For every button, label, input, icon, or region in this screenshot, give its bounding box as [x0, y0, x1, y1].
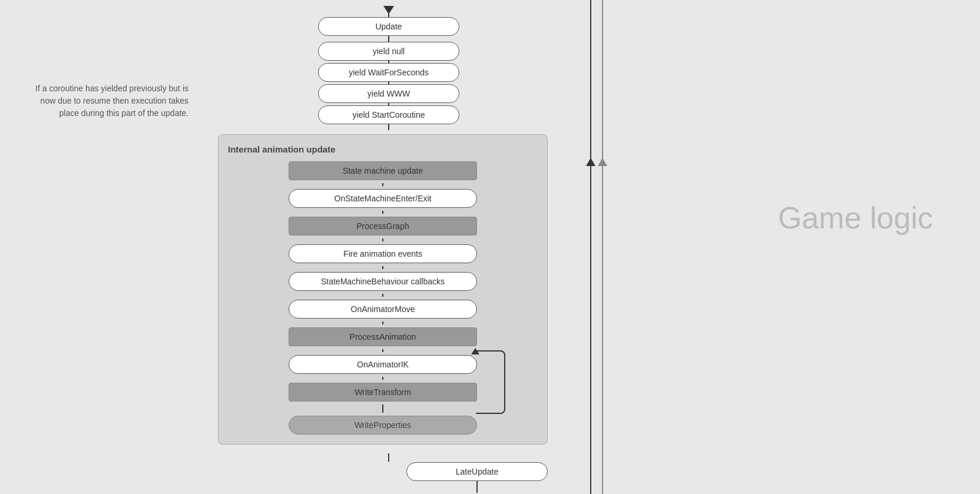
- main-container: Game logic If a coroutine has yielded pr…: [0, 0, 980, 494]
- state-machine-update-node: State machine update: [289, 161, 477, 180]
- late-update-node: LateUpdate: [406, 462, 548, 481]
- on-animator-move-node: OnAnimatorMove: [289, 300, 477, 319]
- yield-www-node: yield WWW: [318, 84, 459, 103]
- on-animator-ik-node: OnAnimatorIK: [289, 355, 477, 374]
- update-node: Update: [318, 17, 459, 36]
- yield-null-node: yield null: [318, 42, 459, 61]
- connector-2: [388, 36, 389, 42]
- connector-1: [388, 12, 389, 17]
- timeline-arrow-dark: [586, 158, 595, 166]
- ik-loop-bracket: [476, 350, 505, 414]
- write-properties-node: WriteProperties: [289, 416, 477, 435]
- yield-waitforseconds-node: yield WaitForSeconds: [318, 63, 459, 82]
- timeline-arrow-gray: [598, 158, 607, 166]
- connector-6: [388, 124, 389, 130]
- write-transform-node: WriteTransform: [289, 383, 477, 402]
- anim-container-title: Internal animation update: [228, 144, 538, 154]
- process-animation-node: ProcessAnimation: [289, 327, 477, 346]
- connector-end: [476, 481, 478, 493]
- anim-items: State machine update OnStateMachineEnter…: [228, 161, 538, 435]
- fire-animation-events-node: Fire animation events: [289, 244, 477, 263]
- flowchart: Update yield null yield WaitForSeconds y…: [206, 0, 571, 494]
- ik-loop-group: OnAnimatorIK WriteTransform: [289, 355, 477, 402]
- top-section: Update yield null yield WaitForSeconds y…: [206, 0, 571, 130]
- game-logic-label: Game logic: [778, 200, 933, 236]
- annotation-text: If a coroutine has yielded previously bu…: [24, 82, 188, 120]
- late-update-section: LateUpdate: [300, 462, 654, 493]
- anim-container: Internal animation update State machine …: [218, 134, 548, 445]
- state-machine-behaviour-node: StateMachineBehaviour callbacks: [289, 272, 477, 291]
- connector-bottom: [388, 453, 389, 462]
- timeline-line-gray: [602, 0, 603, 494]
- ik-loop-arrowhead: [471, 348, 479, 354]
- on-state-machine-node: OnStateMachineEnter/Exit: [289, 189, 477, 208]
- timeline-line-dark: [590, 0, 591, 494]
- yield-startcoroutine-node: yield StartCoroutine: [318, 105, 459, 124]
- process-graph-node: ProcessGraph: [289, 217, 477, 236]
